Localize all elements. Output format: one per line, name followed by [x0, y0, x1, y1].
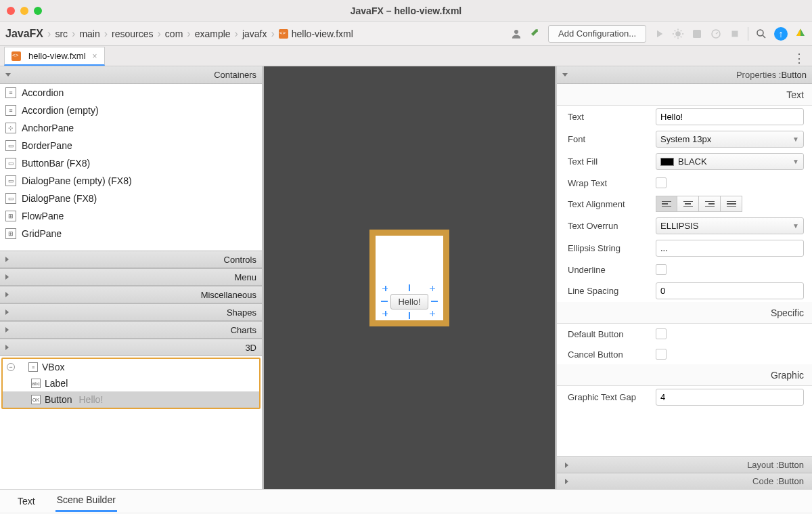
breadcrumb-item[interactable]: javafx	[242, 28, 267, 39]
library-section-3d[interactable]: 3D	[0, 339, 262, 356]
align-center-button[interactable]	[677, 196, 699, 212]
breadcrumb-item[interactable]: src	[55, 28, 68, 39]
hierarchy-node-button[interactable]: OK Button Hello!	[3, 391, 259, 408]
chevron-right-icon: ›	[187, 28, 190, 39]
hierarchy-node-label[interactable]: abc Label	[3, 375, 259, 391]
title-app: JavaFX	[351, 5, 384, 16]
prop-text-overrun: Text Overrun ELLIPSIS▼	[557, 215, 812, 237]
selected-button-node[interactable]: Hello!	[390, 294, 428, 309]
align-left-button[interactable]	[656, 196, 677, 212]
library-item[interactable]: ≡Accordion (empty)	[0, 102, 262, 119]
library-section-menu[interactable]: Menu	[0, 268, 262, 286]
library-section-controls[interactable]: Controls	[0, 251, 262, 268]
expand-icon	[562, 73, 568, 77]
containers-list: ≡Accordion ≡Accordion (empty) ⊹AnchorPan…	[0, 84, 262, 251]
hierarchy-node-vbox[interactable]: − ≡ VBox	[3, 359, 259, 375]
cancel-button-checkbox[interactable]	[656, 349, 667, 360]
container-icon: ⊹	[5, 123, 16, 133]
editor-tab-active[interactable]: hello-view.fxml ×	[4, 47, 105, 66]
stop-icon[interactable]	[729, 28, 741, 40]
prop-ellipsis-string: Ellipsis String	[557, 237, 812, 259]
library-item[interactable]: ≡Accordion	[0, 84, 262, 102]
collapse-icon	[5, 327, 9, 333]
default-button-checkbox[interactable]	[656, 328, 667, 339]
collapse-icon	[5, 292, 9, 297]
window-title: JavaFX – hello-view.fxml	[0, 5, 812, 16]
fxml-file-icon	[279, 29, 288, 39]
coverage-icon[interactable]	[691, 28, 703, 40]
line-spacing-input[interactable]	[656, 282, 804, 299]
section-layout-collapsed[interactable]: Layout : Button	[557, 456, 812, 473]
tab-scene-builder[interactable]: Scene Builder	[55, 490, 117, 512]
canvas-vbox[interactable]: Hello!	[376, 236, 443, 320]
breadcrumb-file[interactable]: hello-view.fxml	[279, 28, 353, 39]
prop-font: Font System 13px▼	[557, 128, 812, 150]
inspector-header[interactable]: Properties : Button	[557, 66, 812, 84]
resize-handle-icon[interactable]	[406, 312, 413, 319]
align-right-button[interactable]	[699, 196, 721, 212]
overrun-dropdown[interactable]: ELLIPSIS▼	[656, 217, 804, 234]
ellipsis-input[interactable]	[656, 240, 804, 257]
resize-handle-icon[interactable]	[381, 298, 388, 305]
resize-handle-icon[interactable]	[382, 286, 389, 293]
user-icon[interactable]	[510, 28, 522, 40]
library-section-containers[interactable]: Containers	[0, 66, 262, 84]
library-item[interactable]: ⊹AnchorPane	[0, 119, 262, 137]
resize-handle-icon[interactable]	[431, 298, 438, 305]
chevron-right-icon: ›	[72, 28, 75, 39]
library-item[interactable]: ▭ButtonBar (FX8)	[0, 154, 262, 172]
resize-handle-icon[interactable]	[406, 284, 413, 291]
run-icon[interactable]	[653, 28, 665, 40]
library-item[interactable]: ▭DialogPane (FX8)	[0, 190, 262, 207]
section-code-collapsed[interactable]: Code : Button	[557, 473, 812, 489]
chevron-right-icon: ›	[271, 28, 274, 39]
library-section-shapes[interactable]: Shapes	[0, 303, 262, 321]
collapse-icon	[565, 479, 568, 484]
canvas-button[interactable]: Hello!	[390, 294, 428, 309]
chevron-right-icon: ›	[235, 28, 238, 39]
chevron-down-icon: ▼	[792, 222, 799, 230]
breadcrumb-item[interactable]: example	[195, 28, 231, 39]
text-fill-dropdown[interactable]: BLACK▼	[656, 153, 804, 170]
text-input[interactable]	[656, 108, 804, 125]
prop-graphic-text-gap: Graphic Text Gap	[557, 386, 812, 408]
resize-handle-icon[interactable]	[382, 311, 389, 318]
library-item[interactable]: ⊞FlowPane	[0, 207, 262, 225]
collapse-toggle-icon[interactable]: −	[7, 363, 15, 371]
library-section-charts[interactable]: Charts	[0, 321, 262, 339]
search-icon[interactable]	[755, 28, 767, 40]
svg-point-0	[514, 30, 518, 34]
library-item[interactable]: ▭BorderPane	[0, 137, 262, 154]
design-canvas[interactable]: Hello!	[263, 66, 556, 489]
resize-handle-icon[interactable]	[430, 311, 436, 318]
run-config-dropdown[interactable]: Add Configuration...	[548, 25, 646, 43]
debug-icon[interactable]	[672, 28, 684, 40]
ide-services-icon[interactable]	[794, 28, 807, 40]
breadcrumb-item[interactable]: main	[79, 28, 99, 39]
library-section-misc[interactable]: Miscellaneous	[0, 286, 262, 303]
inspector-panel: Properties : Button Text Text Font Syste…	[556, 66, 812, 489]
build-icon[interactable]	[529, 28, 541, 40]
tab-text[interactable]: Text	[16, 491, 37, 511]
breadcrumb-item[interactable]: resources	[112, 28, 153, 39]
align-justify-button[interactable]	[721, 196, 742, 212]
collapse-icon	[5, 274, 9, 280]
font-dropdown[interactable]: System 13px▼	[656, 131, 804, 148]
library-item[interactable]: ▭DialogPane (empty) (FX8)	[0, 172, 262, 190]
underline-checkbox[interactable]	[656, 264, 667, 275]
prop-underline: Underline	[557, 259, 812, 280]
prop-wrap-text: Wrap Text	[557, 173, 812, 193]
library-item[interactable]: ⊞GridPane	[0, 225, 262, 242]
profiler-icon[interactable]	[710, 28, 722, 40]
sync-icon[interactable]: ↑	[774, 27, 788, 41]
wrap-text-checkbox[interactable]	[656, 177, 667, 188]
editor-tabs: hello-view.fxml × ⋮	[0, 46, 812, 66]
svg-point-5	[757, 30, 763, 36]
resize-handle-icon[interactable]	[430, 286, 436, 293]
graphic-text-gap-input[interactable]	[656, 389, 804, 406]
collapse-icon	[5, 257, 9, 262]
breadcrumb-root[interactable]: JavaFX	[5, 28, 43, 40]
close-tab-icon[interactable]: ×	[93, 51, 97, 61]
kebab-menu-icon[interactable]: ⋮	[793, 51, 805, 66]
breadcrumb-item[interactable]: com	[165, 28, 183, 39]
